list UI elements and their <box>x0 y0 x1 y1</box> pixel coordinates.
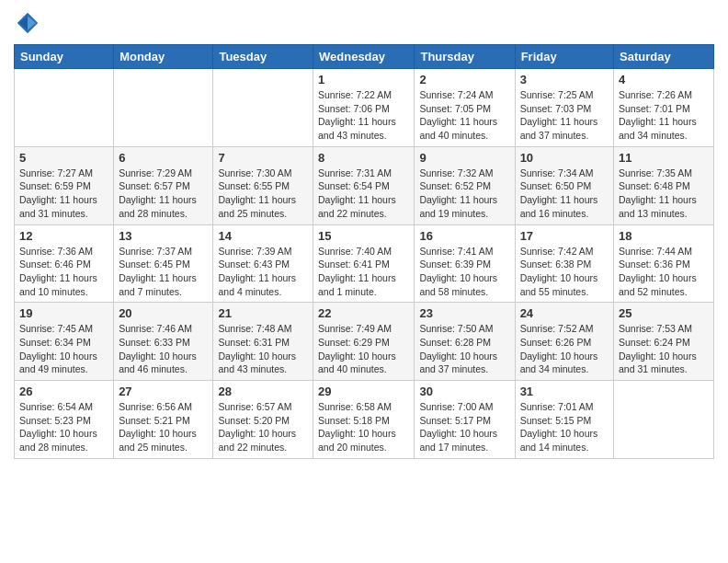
calendar-cell: 16Sunrise: 7:41 AM Sunset: 6:39 PM Dayli… <box>415 224 515 303</box>
day-number: 17 <box>520 229 609 243</box>
day-number: 23 <box>419 306 509 320</box>
day-info: Sunrise: 7:24 AM Sunset: 7:05 PM Dayligh… <box>419 88 509 143</box>
day-info: Sunrise: 7:37 AM Sunset: 6:45 PM Dayligh… <box>119 245 208 299</box>
week-row-4: 19Sunrise: 7:45 AM Sunset: 6:34 PM Dayli… <box>15 303 714 381</box>
day-number: 12 <box>19 229 108 243</box>
calendar-cell: 1Sunrise: 7:22 AM Sunset: 7:06 PM Daylig… <box>313 69 415 147</box>
day-number: 29 <box>318 385 409 398</box>
day-info: Sunrise: 7:41 AM Sunset: 6:39 PM Dayligh… <box>419 245 509 299</box>
calendar-cell: 2Sunrise: 7:24 AM Sunset: 7:05 PM Daylig… <box>415 69 515 147</box>
day-number: 16 <box>419 229 509 243</box>
day-info: Sunrise: 7:44 AM Sunset: 6:36 PM Dayligh… <box>619 245 709 299</box>
day-info: Sunrise: 7:00 AM Sunset: 5:17 PM Dayligh… <box>419 400 509 454</box>
day-number: 26 <box>19 385 108 398</box>
calendar-cell: 9Sunrise: 7:32 AM Sunset: 6:52 PM Daylig… <box>415 146 515 224</box>
day-info: Sunrise: 7:26 AM Sunset: 7:01 PM Dayligh… <box>619 88 709 143</box>
week-row-5: 26Sunrise: 6:54 AM Sunset: 5:23 PM Dayli… <box>15 381 714 459</box>
calendar-cell: 25Sunrise: 7:53 AM Sunset: 6:24 PM Dayli… <box>614 303 714 381</box>
weekday-header-monday: Monday <box>114 45 213 69</box>
calendar-cell <box>114 69 213 147</box>
day-number: 8 <box>318 151 409 165</box>
day-info: Sunrise: 7:27 AM Sunset: 6:59 PM Dayligh… <box>19 167 108 221</box>
day-number: 21 <box>218 306 308 320</box>
calendar-cell: 7Sunrise: 7:30 AM Sunset: 6:55 PM Daylig… <box>213 146 313 224</box>
calendar-cell: 4Sunrise: 7:26 AM Sunset: 7:01 PM Daylig… <box>614 69 714 147</box>
day-number: 15 <box>318 229 409 243</box>
day-number: 24 <box>520 306 609 320</box>
day-number: 25 <box>619 306 709 320</box>
calendar-cell: 6Sunrise: 7:29 AM Sunset: 6:57 PM Daylig… <box>114 146 213 224</box>
calendar-cell: 22Sunrise: 7:49 AM Sunset: 6:29 PM Dayli… <box>313 303 415 381</box>
week-row-1: 1Sunrise: 7:22 AM Sunset: 7:06 PM Daylig… <box>15 69 714 147</box>
calendar-cell: 28Sunrise: 6:57 AM Sunset: 5:20 PM Dayli… <box>213 381 313 459</box>
day-info: Sunrise: 7:22 AM Sunset: 7:06 PM Dayligh… <box>318 88 409 143</box>
day-number: 3 <box>520 73 609 86</box>
day-info: Sunrise: 7:34 AM Sunset: 6:50 PM Dayligh… <box>520 167 609 221</box>
day-info: Sunrise: 6:54 AM Sunset: 5:23 PM Dayligh… <box>19 400 108 454</box>
day-info: Sunrise: 7:48 AM Sunset: 6:31 PM Dayligh… <box>218 322 308 376</box>
logo-icon <box>14 9 41 37</box>
calendar-cell <box>15 69 114 147</box>
calendar-cell: 26Sunrise: 6:54 AM Sunset: 5:23 PM Dayli… <box>15 381 114 459</box>
weekday-header-friday: Friday <box>515 45 613 69</box>
day-number: 6 <box>119 151 208 165</box>
day-info: Sunrise: 7:46 AM Sunset: 6:33 PM Dayligh… <box>119 322 208 376</box>
logo <box>14 9 45 37</box>
day-number: 27 <box>119 385 208 398</box>
calendar-cell: 20Sunrise: 7:46 AM Sunset: 6:33 PM Dayli… <box>114 303 213 381</box>
day-number: 7 <box>218 151 308 165</box>
day-info: Sunrise: 7:25 AM Sunset: 7:03 PM Dayligh… <box>520 88 609 143</box>
calendar-cell: 19Sunrise: 7:45 AM Sunset: 6:34 PM Dayli… <box>15 303 114 381</box>
calendar-cell <box>614 381 714 459</box>
week-row-3: 12Sunrise: 7:36 AM Sunset: 6:46 PM Dayli… <box>15 224 714 303</box>
day-number: 2 <box>419 73 509 86</box>
calendar-cell: 3Sunrise: 7:25 AM Sunset: 7:03 PM Daylig… <box>515 69 613 147</box>
day-info: Sunrise: 7:01 AM Sunset: 5:15 PM Dayligh… <box>520 400 609 454</box>
weekday-header-sunday: Sunday <box>15 45 114 69</box>
weekday-header-wednesday: Wednesday <box>313 45 415 69</box>
calendar-cell: 15Sunrise: 7:40 AM Sunset: 6:41 PM Dayli… <box>313 224 415 303</box>
page: SundayMondayTuesdayWednesdayThursdayFrid… <box>0 0 728 563</box>
calendar-cell: 12Sunrise: 7:36 AM Sunset: 6:46 PM Dayli… <box>15 224 114 303</box>
day-number: 9 <box>419 151 509 165</box>
day-info: Sunrise: 7:40 AM Sunset: 6:41 PM Dayligh… <box>318 245 409 299</box>
weekday-header-tuesday: Tuesday <box>213 45 313 69</box>
calendar-cell: 11Sunrise: 7:35 AM Sunset: 6:48 PM Dayli… <box>614 146 714 224</box>
weekday-header-thursday: Thursday <box>415 45 515 69</box>
day-info: Sunrise: 7:50 AM Sunset: 6:28 PM Dayligh… <box>419 322 509 376</box>
day-info: Sunrise: 7:29 AM Sunset: 6:57 PM Dayligh… <box>119 167 208 221</box>
day-number: 18 <box>619 229 709 243</box>
day-info: Sunrise: 7:32 AM Sunset: 6:52 PM Dayligh… <box>419 167 509 221</box>
week-row-2: 5Sunrise: 7:27 AM Sunset: 6:59 PM Daylig… <box>15 146 714 224</box>
weekday-header-row: SundayMondayTuesdayWednesdayThursdayFrid… <box>15 45 714 69</box>
day-info: Sunrise: 6:56 AM Sunset: 5:21 PM Dayligh… <box>119 400 208 454</box>
day-info: Sunrise: 7:45 AM Sunset: 6:34 PM Dayligh… <box>19 322 108 376</box>
day-number: 11 <box>619 151 709 165</box>
day-number: 30 <box>419 385 509 398</box>
day-info: Sunrise: 7:53 AM Sunset: 6:24 PM Dayligh… <box>619 322 709 376</box>
calendar-cell: 5Sunrise: 7:27 AM Sunset: 6:59 PM Daylig… <box>15 146 114 224</box>
weekday-header-saturday: Saturday <box>614 45 714 69</box>
day-info: Sunrise: 7:31 AM Sunset: 6:54 PM Dayligh… <box>318 167 409 221</box>
calendar-cell: 21Sunrise: 7:48 AM Sunset: 6:31 PM Dayli… <box>213 303 313 381</box>
day-number: 19 <box>19 306 108 320</box>
day-number: 22 <box>318 306 409 320</box>
day-info: Sunrise: 7:49 AM Sunset: 6:29 PM Dayligh… <box>318 322 409 376</box>
day-number: 20 <box>119 306 208 320</box>
day-info: Sunrise: 7:42 AM Sunset: 6:38 PM Dayligh… <box>520 245 609 299</box>
day-number: 14 <box>218 229 308 243</box>
day-info: Sunrise: 6:57 AM Sunset: 5:20 PM Dayligh… <box>218 400 308 454</box>
calendar-cell <box>213 69 313 147</box>
day-info: Sunrise: 7:39 AM Sunset: 6:43 PM Dayligh… <box>218 245 308 299</box>
calendar-cell: 24Sunrise: 7:52 AM Sunset: 6:26 PM Dayli… <box>515 303 613 381</box>
calendar-cell: 10Sunrise: 7:34 AM Sunset: 6:50 PM Dayli… <box>515 146 613 224</box>
day-number: 1 <box>318 73 409 86</box>
calendar-cell: 17Sunrise: 7:42 AM Sunset: 6:38 PM Dayli… <box>515 224 613 303</box>
calendar-cell: 13Sunrise: 7:37 AM Sunset: 6:45 PM Dayli… <box>114 224 213 303</box>
calendar: SundayMondayTuesdayWednesdayThursdayFrid… <box>14 44 714 459</box>
day-number: 31 <box>520 385 609 398</box>
day-number: 5 <box>19 151 108 165</box>
calendar-cell: 18Sunrise: 7:44 AM Sunset: 6:36 PM Dayli… <box>614 224 714 303</box>
day-info: Sunrise: 7:52 AM Sunset: 6:26 PM Dayligh… <box>520 322 609 376</box>
day-info: Sunrise: 6:58 AM Sunset: 5:18 PM Dayligh… <box>318 400 409 454</box>
